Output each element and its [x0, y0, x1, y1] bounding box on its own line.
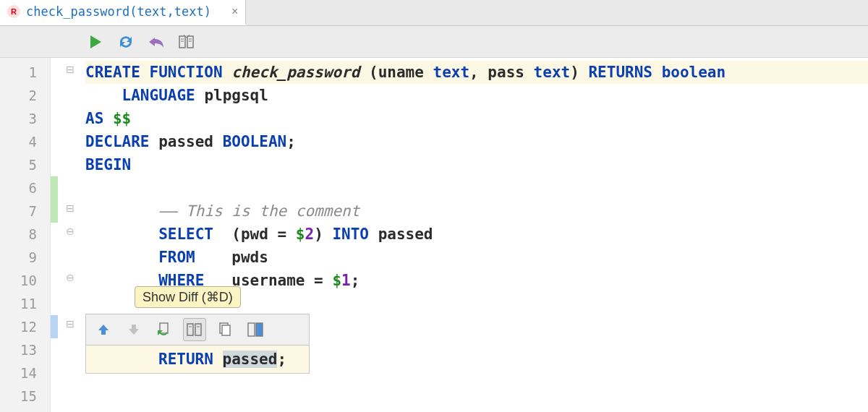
svg-marker-0	[90, 35, 101, 48]
line-number: 8	[0, 223, 50, 246]
revert-button[interactable]	[146, 32, 166, 52]
svg-rect-8	[187, 324, 193, 335]
next-change-button[interactable]	[122, 318, 145, 341]
line-number: 3	[0, 107, 50, 130]
hunk-toolbar	[85, 314, 310, 346]
arrow-down-icon	[127, 323, 140, 336]
diff-hunk-popup: Show Diff (⌘D)	[85, 314, 310, 374]
line-number: 9	[0, 246, 50, 269]
diff-icon	[187, 322, 203, 338]
code-line: AS $$	[85, 107, 868, 130]
code-line: FROM pwds	[85, 246, 868, 269]
refresh-icon	[117, 34, 135, 50]
line-number: 2	[0, 84, 50, 107]
line-number: 1	[0, 61, 50, 84]
fold-toggle-icon[interactable]: ⊟	[64, 64, 77, 75]
tab-label: check_password(text,text)	[26, 4, 211, 19]
side-by-side-icon	[247, 322, 263, 337]
close-icon[interactable]: ×	[231, 5, 238, 18]
fold-toggle-icon[interactable]: ⊟	[64, 202, 77, 214]
fold-toggle-icon[interactable]: ⊖	[64, 226, 77, 237]
line-gutter: 1 2 3 4 5 6 7 8 9 10 11 12 13 14 15	[0, 58, 51, 412]
routine-icon: R	[7, 5, 20, 18]
vcs-change-marker[interactable]	[51, 315, 58, 338]
svg-rect-1	[179, 36, 185, 48]
code-line: —— This is the comment	[85, 199, 868, 223]
line-number: 15	[0, 385, 50, 408]
tooltip: Show Diff (⌘D)	[135, 286, 241, 308]
prev-change-button[interactable]	[92, 318, 115, 341]
line-number: 5	[0, 153, 50, 176]
rollback-icon	[157, 322, 171, 337]
undo-icon	[148, 35, 165, 49]
vcs-change-marker[interactable]	[51, 176, 58, 223]
code-line: DECLARE passed BOOLEAN;	[85, 130, 868, 153]
code-line	[85, 176, 868, 199]
refresh-button[interactable]	[116, 32, 136, 52]
line-number: 7	[0, 199, 50, 223]
fold-end-icon[interactable]: ⊖	[64, 272, 77, 283]
line-number: 11	[0, 292, 50, 315]
line-number: 4	[0, 130, 50, 153]
code-line: CREATE FUNCTION check_password (uname te…	[85, 61, 868, 84]
code-line: LANGUAGE plpgsql	[85, 84, 868, 107]
line-number: 13	[0, 338, 50, 361]
side-by-side-button[interactable]	[244, 318, 267, 341]
code-line: SELECT (pwd = $2) INTO passed	[85, 223, 868, 246]
hunk-line: RETURN passed;	[158, 348, 309, 370]
line-number: 14	[0, 361, 50, 385]
copy-button[interactable]	[213, 318, 237, 341]
line-number: 6	[0, 176, 50, 199]
code-line: BEGIN	[85, 153, 868, 176]
svg-rect-13	[222, 325, 230, 335]
run-button[interactable]	[85, 32, 106, 52]
show-diff-button[interactable]	[183, 318, 206, 341]
hunk-preview: RETURN passed;	[85, 346, 310, 374]
svg-rect-2	[187, 36, 193, 48]
copy-icon	[218, 322, 232, 337]
line-number: 10	[0, 269, 50, 292]
svg-rect-14	[248, 323, 255, 336]
editor-tab[interactable]: R check_password(text,text) ×	[0, 0, 246, 25]
code-editor[interactable]: 1 2 3 4 5 6 7 8 9 10 11 12 13 14 15 ⊟ ⊟ …	[0, 58, 868, 412]
diff-button[interactable]	[176, 32, 197, 52]
svg-rect-9	[195, 324, 201, 335]
tab-bar: R check_password(text,text) ×	[0, 0, 868, 26]
rollback-change-button[interactable]	[153, 318, 176, 341]
svg-rect-15	[256, 323, 263, 336]
editor-toolbar	[0, 26, 868, 58]
play-icon	[89, 35, 102, 49]
fold-column: ⊟ ⊟ ⊖ ⊖ ⊟	[51, 58, 85, 412]
arrow-up-icon	[97, 323, 110, 336]
fold-end-icon[interactable]: ⊟	[64, 318, 77, 330]
diff-icon	[179, 34, 195, 50]
line-number: 12	[0, 315, 50, 338]
